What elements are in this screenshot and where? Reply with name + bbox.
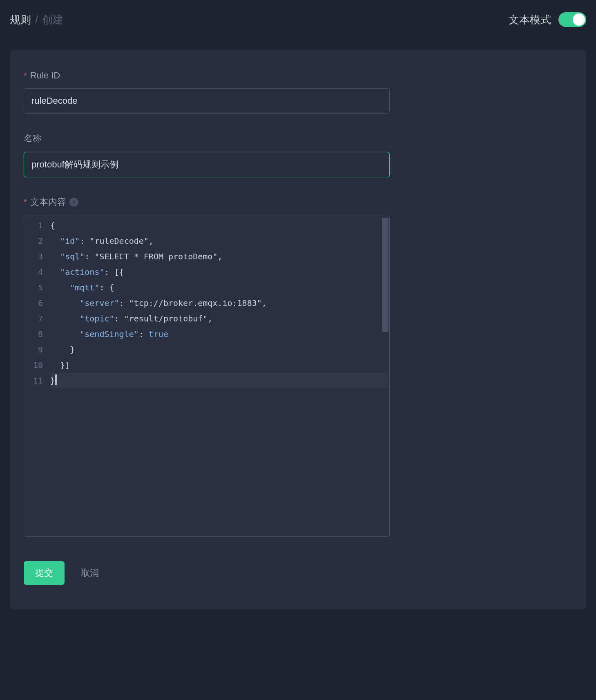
submit-button[interactable]: 提交 [24,561,65,585]
mode-toggle-area: 文本模式 [509,12,586,27]
help-icon[interactable]: ? [69,198,78,207]
breadcrumb-root[interactable]: 规则 [10,13,31,27]
field-text-content: * 文本内容 ? 1234567891011 { "id": "ruleDeco… [24,196,572,537]
name-label: 名称 [24,132,572,145]
editor-gutter: 1234567891011 [24,216,47,536]
field-rule-id: * Rule ID [24,70,572,114]
text-mode-label: 文本模式 [509,13,551,27]
breadcrumb: 规则 / 创建 [10,13,63,27]
editor-code-area[interactable]: { "id": "ruleDecode", "sql": "SELECT * F… [47,216,389,536]
toggle-knob [573,13,585,26]
required-asterisk: * [24,198,27,207]
json-editor[interactable]: 1234567891011 { "id": "ruleDecode", "sql… [24,216,390,537]
text-content-label-text: 文本内容 [30,196,66,208]
rule-id-input[interactable] [24,88,390,114]
text-content-label: * 文本内容 ? [24,196,572,208]
rule-id-label-text: Rule ID [30,70,60,81]
scrollbar-thumb[interactable] [382,218,388,332]
name-input[interactable] [24,152,390,177]
breadcrumb-current: 创建 [42,13,63,27]
page-header: 规则 / 创建 文本模式 [10,12,586,27]
form-actions: 提交 取消 [24,561,572,585]
form-panel: * Rule ID 名称 * 文本内容 ? 1234567891011 { "i… [10,50,586,609]
editor-scrollbar[interactable] [381,217,389,535]
name-label-text: 名称 [24,132,42,145]
field-name: 名称 [24,132,572,177]
breadcrumb-separator: / [35,13,38,26]
text-mode-toggle[interactable] [558,12,586,27]
rule-id-label: * Rule ID [24,70,572,81]
cancel-button[interactable]: 取消 [81,567,99,579]
required-asterisk: * [24,71,27,80]
